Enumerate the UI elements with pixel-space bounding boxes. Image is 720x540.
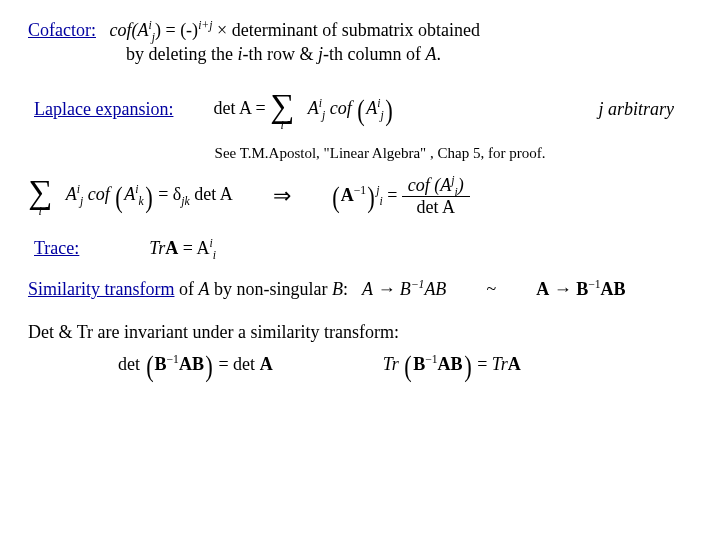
cofactor-line-2: by deleting the i-th row & j-th column o… bbox=[28, 42, 692, 66]
cofactor-line-2-text: by deleting the i-th row & j-th column o… bbox=[126, 44, 441, 64]
laplace-label: Laplace expansion: bbox=[28, 99, 173, 120]
fraction: cof (Aji) det A bbox=[402, 175, 470, 218]
implies-icon: ⇒ bbox=[273, 183, 291, 209]
trace-label: Trace: bbox=[28, 238, 79, 259]
laplace-formula: det A = ∑ i Aij cof (Aij) bbox=[213, 89, 393, 131]
cofactor-line-1: Cofactor: cof(Aij) = (-)i+j × determinan… bbox=[28, 18, 692, 42]
sigma-icon: ∑ i bbox=[28, 175, 52, 217]
similarity-text: Similarity transform of A by non-singula… bbox=[28, 279, 348, 300]
tr-invariance-formula: Tr (B−1AB) = TrA bbox=[383, 352, 521, 379]
laplace-note: j arbitrary bbox=[598, 99, 692, 120]
cofactor-def: cof(Aij) = (-)i+j × determinant of subma… bbox=[100, 20, 480, 40]
similarity-formula-2: A → B−1AB bbox=[536, 279, 625, 300]
ortho-inverse-row: ∑ i Aij cof (Aik) = δjk det A ⇒ (A−1)ji … bbox=[28, 175, 692, 218]
similarity-formula-1: A → B−1AB bbox=[362, 279, 446, 300]
invariance-text: Det & Tr are invariant under a similarit… bbox=[28, 320, 408, 344]
trace-formula: TrA = Aii bbox=[149, 238, 216, 259]
tilde-icon: ~ bbox=[486, 279, 496, 300]
sigma-icon: ∑ i bbox=[270, 89, 294, 131]
det-A-eq: det A = bbox=[213, 98, 270, 118]
invariance-formula-row: det (B−1AB) = det A Tr (B−1AB) = TrA bbox=[28, 352, 692, 379]
cofactor-label: Cofactor: bbox=[28, 20, 96, 40]
det-invariance-formula: det (B−1AB) = det A bbox=[118, 352, 273, 379]
slide-page: Cofactor: cof(Aij) = (-)i+j × determinan… bbox=[0, 0, 720, 540]
reference-text: See T.M.Apostol, "Linear Algebra" , Chap… bbox=[28, 143, 692, 163]
inverse-formula: (A−1)ji = cof (Aji) det A bbox=[331, 175, 470, 218]
trace-row: Trace: TrA = Aii bbox=[28, 238, 692, 259]
similarity-row: Similarity transform of A by non-singula… bbox=[28, 279, 692, 300]
ortho-formula: ∑ i Aij cof (Aik) = δjk det A bbox=[28, 175, 233, 217]
laplace-row: Laplace expansion: det A = ∑ i Aij cof (… bbox=[28, 89, 692, 131]
